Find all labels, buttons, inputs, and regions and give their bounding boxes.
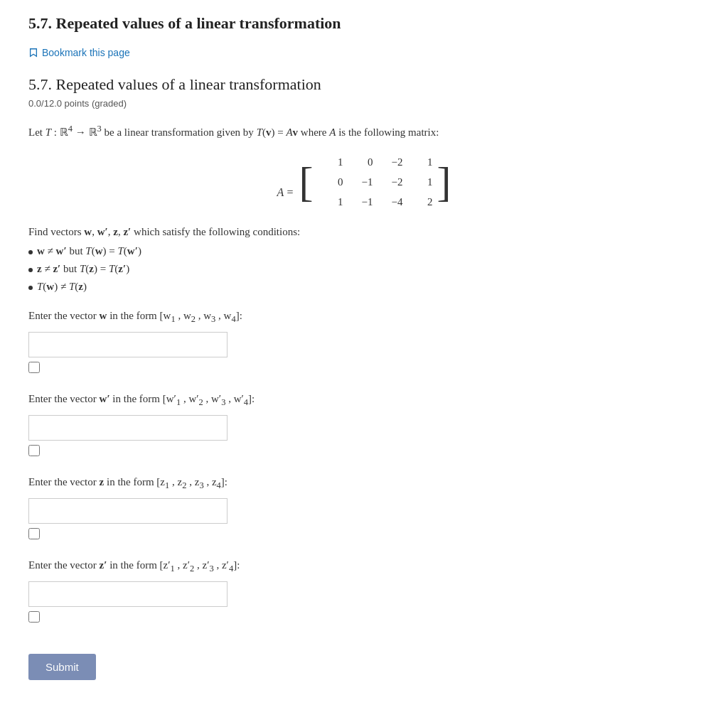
submit-button[interactable]: Submit (28, 654, 96, 680)
condition-3-text: T(w) ≠ T(z) (37, 281, 87, 293)
condition-2: z ≠ z′ but T(z) = T(z′) (28, 263, 700, 275)
matrix-cell-r2c0: 1 (326, 196, 343, 208)
matrix-display: A = [ 1 0 −2 1 0 −1 −2 1 1 −1 −4 2 ] (28, 152, 700, 212)
w-input[interactable] (28, 332, 228, 357)
bullet-2 (28, 268, 33, 272)
input-section-w-prime: Enter the vector w′ in the form [w′1 , w… (28, 390, 700, 456)
problem-intro: Let T : ℝ4 → ℝ3 be a linear transformati… (28, 122, 700, 141)
bookmark-icon (28, 48, 38, 58)
matrix-cell-r1c3: 1 (415, 176, 432, 188)
condition-2-text: z ≠ z′ but T(z) = T(z′) (37, 263, 129, 275)
w-prime-input[interactable] (28, 415, 228, 441)
input-label-z-prime: Enter the vector z′ in the form [z′1 , z… (28, 556, 700, 576)
input-label-w-prime: Enter the vector w′ in the form [w′1 , w… (28, 390, 700, 409)
input-section-z-prime: Enter the vector z′ in the form [z′1 , z… (28, 556, 700, 623)
top-title: 5.7. Repeated values of a linear transfo… (28, 14, 700, 38)
w-checkbox[interactable] (28, 362, 40, 373)
points-info: 0.0/12.0 points (graded) (28, 98, 700, 109)
matrix-cell-r0c2: −2 (385, 156, 402, 168)
z-prime-checkbox[interactable] (28, 611, 40, 623)
z-input[interactable] (28, 498, 228, 524)
matrix-cell-r0c3: 1 (415, 156, 432, 168)
z-prime-input[interactable] (28, 581, 228, 607)
conditions-list: w ≠ w′ but T(w) = T(w′) z ≠ z′ but T(z) … (28, 245, 700, 293)
input-section-w: Enter the vector w in the form [w1 , w2 … (28, 307, 700, 373)
matrix-bracket-left: [ (299, 161, 313, 203)
matrix-cell-r0c1: 0 (355, 156, 373, 168)
w-prime-checkbox[interactable] (28, 445, 40, 456)
input-label-z: Enter the vector z in the form [z1 , z2 … (28, 473, 700, 492)
z-checkbox[interactable] (28, 528, 40, 539)
matrix-cell-r1c0: 0 (326, 176, 343, 188)
matrix-cell-r0c0: 1 (326, 156, 343, 168)
matrix-cell-r2c3: 2 (415, 196, 432, 208)
section-title: 5.7. Repeated values of a linear transfo… (28, 75, 700, 94)
bookmark-label: Bookmark this page (42, 47, 130, 58)
condition-3: T(w) ≠ T(z) (28, 281, 700, 293)
condition-1-text: w ≠ w′ but T(w) = T(w′) (37, 245, 141, 257)
matrix-grid: 1 0 −2 1 0 −1 −2 1 1 −1 −4 2 (317, 152, 432, 212)
input-label-w: Enter the vector w in the form [w1 , w2 … (28, 307, 700, 326)
bullet-3 (28, 286, 33, 290)
conditions-intro: Find vectors w, w′, z, z′ which satisfy … (28, 226, 700, 238)
input-section-z: Enter the vector z in the form [z1 , z2 … (28, 473, 700, 539)
condition-1: w ≠ w′ but T(w) = T(w′) (28, 245, 700, 257)
matrix-bracket-right: ] (437, 161, 451, 203)
matrix-cell-r2c2: −4 (385, 196, 402, 208)
matrix-cell-r2c1: −1 (355, 196, 373, 208)
matrix-cell-r1c2: −2 (385, 176, 402, 188)
bullet-1 (28, 250, 33, 254)
matrix-cell-r1c1: −1 (355, 176, 373, 188)
bookmark-link[interactable]: Bookmark this page (28, 47, 130, 58)
